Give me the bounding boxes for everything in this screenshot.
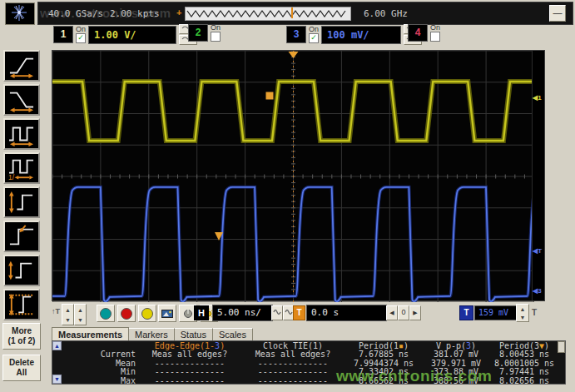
rise-time-button[interactable] — [3, 50, 40, 82]
waveform-display: ◀1◀T◀3 — [52, 50, 545, 301]
peak-peak-icon — [7, 292, 36, 317]
horizontal-toolbar: ↑T ▲▼ ▲▼ H 5.00 ns/ T 0.0 s ◀ 0 ▶ T 159 … — [52, 302, 568, 327]
channel-3-on: On✓ — [309, 26, 319, 43]
channel-on-label: On — [76, 26, 86, 33]
table-scroll-up[interactable]: ▲ — [52, 341, 62, 350]
channel-on-label: On — [309, 26, 319, 33]
trigger-source-button[interactable]: T — [459, 305, 473, 320]
table-scroll-down[interactable]: ▼ — [52, 375, 62, 384]
channel-on-label: On — [430, 24, 440, 32]
header-spacer — [62, 342, 139, 350]
header-text-close: ) — [471, 342, 476, 350]
measurement-value: -------------- — [139, 360, 240, 368]
measurement-value: 8.02656 ns — [490, 377, 558, 385]
channel-2-group: 2On — [188, 24, 221, 42]
zoom-wave-button-1[interactable] — [271, 305, 283, 320]
row-label: Min — [62, 368, 139, 376]
header-text: Edge-Edge(1- — [155, 342, 215, 350]
tab-scales[interactable]: Scales — [213, 328, 253, 340]
peak-peak-button[interactable] — [3, 289, 40, 320]
measurement-value: -------------- — [240, 368, 345, 376]
channel-4-button[interactable]: 4 — [408, 24, 428, 42]
tab-status[interactable]: Status — [175, 328, 213, 340]
nudge-spinner-right[interactable]: ▲▼ — [74, 304, 87, 325]
gutter-marker-t[interactable]: ◀T — [533, 247, 542, 255]
red-marker-button[interactable] — [117, 305, 136, 322]
header-text-close: ) — [544, 342, 549, 350]
svg-text:1/: 1/ — [8, 173, 15, 181]
watermark-top: www.cntronics.com — [40, 6, 171, 20]
measurement-value: 7.67885 ns — [345, 350, 422, 359]
fall-time-button[interactable] — [3, 84, 40, 116]
channel-4-on-checkbox[interactable] — [430, 32, 440, 42]
channel-1-button[interactable]: 1 — [53, 26, 73, 43]
delete-all-button[interactable]: DeleteAll — [2, 355, 41, 381]
acquisition-memory-bar[interactable] — [185, 7, 351, 21]
trigger-ref-label: T — [532, 308, 537, 317]
measurement-value: -------------- — [139, 368, 240, 376]
top-level-icon — [7, 258, 36, 283]
cyan-marker-button[interactable] — [97, 305, 115, 322]
more-measurements-button[interactable]: More(1 of 2) — [2, 323, 41, 350]
top-level-button[interactable] — [3, 255, 40, 286]
column-header: Period(3▼) — [490, 342, 558, 350]
channel-1-scale-display[interactable]: 1.00 V/ — [88, 26, 176, 44]
tab-markers[interactable]: Markers — [129, 328, 175, 340]
channel-2-button[interactable]: 2 — [188, 24, 208, 42]
horizontal-settings-button[interactable]: H — [194, 305, 209, 320]
measurement-value: -------------- — [240, 360, 345, 368]
nudge-spinner-left[interactable]: ▲▼ — [62, 304, 74, 325]
yellow-marker-button[interactable] — [138, 305, 156, 322]
header-text-close: ) — [220, 342, 225, 350]
trigger-time-icon: T — [293, 305, 305, 320]
channel-1-group: 1On✓1.00 V/ — [53, 24, 197, 45]
trigger-position-marker[interactable] — [289, 52, 299, 58]
amplitude-button[interactable] — [3, 186, 40, 218]
header-text: Period(3 — [499, 342, 539, 350]
right-marker-gutter: ◀1◀T◀3 — [532, 51, 544, 300]
acquisition-trigger-tick — [291, 7, 293, 18]
column-header: Edge-Edge(1-3) — [139, 342, 240, 350]
bottom-tabs: MeasurementsMarkersStatusScales — [52, 327, 253, 340]
table-scrollbar[interactable] — [558, 341, 565, 353]
gutter-marker-3[interactable]: ◀3 — [533, 287, 542, 295]
trigger-level-spinner[interactable]: ▲▼ — [516, 304, 529, 322]
frequency-button[interactable]: 1/ — [3, 152, 40, 184]
measurement-marker-square[interactable] — [266, 92, 274, 100]
channel-1-on-checkbox[interactable]: ✓ — [76, 33, 86, 43]
gutter-marker-1[interactable]: ◀1 — [533, 94, 542, 102]
measurement-sidebar: 1/ More(1 of 2) DeleteAll — [2, 50, 40, 381]
overshoot-button[interactable] — [3, 221, 40, 252]
header-text: V p-p( — [436, 342, 466, 350]
channel-2-on: On — [211, 24, 221, 42]
header-text: Clock TIE(1) — [263, 342, 323, 350]
channel-3-button[interactable]: 3 — [286, 26, 306, 43]
measurement-value: Meas all edges? — [240, 350, 345, 359]
channel-4-group: 4On — [408, 24, 440, 42]
row-label: Mean — [62, 360, 139, 368]
delay-increment-button[interactable]: ▶ — [409, 305, 421, 320]
delay-display[interactable]: 0.0 s — [306, 305, 387, 321]
timebase-display[interactable]: 5.00 ns/ — [212, 305, 273, 321]
trigger-level-display[interactable]: 159 mV — [474, 305, 518, 320]
red-marker-icon — [121, 308, 132, 320]
fall-time-icon — [7, 87, 36, 112]
measurement-value: 8.0001005 ns — [490, 360, 558, 368]
measurement-value: 8.00453 ns — [490, 350, 558, 359]
measurement-value: 7.97441 ns — [490, 368, 558, 376]
channel-4-on: On — [430, 24, 440, 42]
acquisition-reference-icon: + — [176, 7, 181, 17]
channel-2-on-checkbox[interactable] — [211, 32, 221, 42]
delay-decrement-button[interactable]: ◀ — [386, 305, 398, 320]
channel-on-label: On — [211, 24, 221, 32]
minimize-button[interactable]: — — [549, 5, 566, 22]
screen-capture-button[interactable] — [158, 305, 176, 322]
delay-zero-button[interactable]: 0 — [398, 305, 409, 320]
tab-measurements[interactable]: Measurements — [52, 327, 129, 340]
channel-1-on: On✓ — [76, 26, 86, 43]
channel-3-on-checkbox[interactable]: ✓ — [309, 33, 319, 43]
row-label: Max — [62, 377, 139, 385]
channel-controls-row: 1On✓1.00 V/2On3On✓100 mV/4On — [0, 24, 575, 49]
period-button[interactable] — [3, 118, 40, 150]
channel-3-scale-display[interactable]: 100 mV/ — [321, 26, 401, 44]
